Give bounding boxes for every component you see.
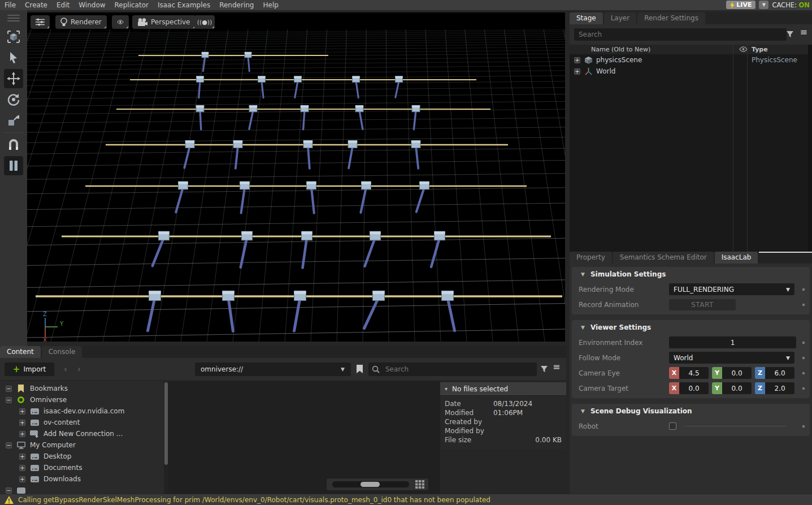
rotate-tool-button[interactable] — [4, 90, 23, 109]
broadcast-button[interactable]: ((●)) — [194, 15, 215, 29]
slider-track[interactable] — [332, 481, 409, 487]
viewport-3d[interactable]: Renderer Perspective ((●)) — [27, 12, 565, 342]
stage-row-world[interactable]: + World — [570, 66, 812, 77]
expand-box-icon[interactable]: + — [19, 420, 25, 426]
tab-semantics-schema-editor[interactable]: Semantics Schema Editor — [613, 252, 714, 264]
path-dropdown-icon[interactable]: ▼ — [341, 366, 345, 372]
scrollbar-thumb[interactable] — [164, 382, 168, 465]
details-header[interactable]: ▾ No files selected — [440, 382, 566, 395]
path-input[interactable] — [195, 362, 351, 376]
thumbnail-size-slider[interactable] — [327, 478, 428, 490]
collapse-box-icon[interactable]: − — [6, 442, 12, 448]
collapse-box-icon[interactable]: − — [6, 397, 12, 403]
menu-edit[interactable]: Edit — [52, 1, 74, 9]
camera-target-z-field[interactable]: 2.0 — [765, 382, 794, 394]
toolbar-grip-icon[interactable] — [7, 15, 20, 21]
menu-help[interactable]: Help — [258, 1, 283, 9]
status-message[interactable]: Calling getBypassRenderSkelMeshProcessin… — [18, 496, 490, 504]
record-animation-start-button[interactable]: START — [669, 299, 736, 310]
stage-scrollbar[interactable] — [808, 45, 812, 263]
camera-eye-y-field[interactable]: 0.0 — [722, 367, 752, 379]
tab-console[interactable]: Console — [42, 346, 82, 358]
pause-button[interactable] — [4, 156, 23, 175]
tree-item-isaac-dev-server[interactable]: + isaac-dev.ov.nvidia.com — [0, 405, 164, 417]
follow-mode-dropdown[interactable]: World ▼ — [669, 352, 794, 364]
tree-item-desktop[interactable]: + Desktop — [0, 451, 164, 462]
bookmark-button[interactable] — [354, 362, 365, 376]
collapse-box-icon[interactable]: − — [6, 487, 12, 494]
scale-tool-button[interactable] — [4, 111, 23, 130]
content-filter-icon[interactable] — [540, 365, 548, 373]
tree-item-omniverse[interactable]: − Omniverse — [0, 394, 164, 405]
move-tool-button[interactable] — [4, 69, 23, 88]
camera-target-y-field[interactable]: 0.0 — [722, 382, 752, 394]
detail-modified-by: Modified by — [445, 426, 562, 435]
tree-item-documents[interactable]: + Documents — [0, 462, 164, 473]
stage-filter-icon[interactable] — [786, 31, 794, 38]
renderer-menu-button[interactable]: Renderer — [55, 15, 107, 29]
section-header[interactable]: ▼ Scene Debug Visualization — [572, 404, 810, 418]
stage-search-input[interactable] — [574, 28, 787, 41]
details-panel: ▾ No files selected Date Modified 08/13/… — [440, 382, 566, 494]
expand-icon[interactable]: + — [574, 68, 580, 75]
select-tool-button[interactable] — [4, 48, 23, 67]
camera-eye-x-field[interactable]: 4.5 — [679, 367, 709, 379]
tree-item-ov-content[interactable]: + ov-content — [0, 417, 164, 428]
select-prim-tool-button[interactable] — [4, 27, 23, 46]
viewport-settings-button[interactable] — [31, 15, 50, 29]
environment-index-field[interactable]: 1 — [669, 336, 796, 348]
expand-box-icon[interactable]: + — [19, 454, 25, 460]
import-button[interactable]: + Import — [5, 362, 54, 376]
stage-options-icon[interactable]: ≡ — [800, 27, 807, 37]
section-header[interactable]: ▼ Viewer Settings — [572, 320, 810, 335]
slider-thumb[interactable] — [361, 482, 380, 487]
menu-isaac-examples[interactable]: Isaac Examples — [153, 1, 215, 9]
collapse-box-icon[interactable]: − — [6, 386, 12, 392]
tab-isaaclab[interactable]: IsaacLab — [715, 252, 758, 264]
back-button[interactable]: ‹ — [60, 362, 71, 376]
tab-stage[interactable]: Stage — [570, 12, 603, 24]
expand-box-icon[interactable]: + — [19, 465, 25, 471]
expand-box-icon[interactable]: + — [19, 408, 25, 415]
grid-view-icon[interactable] — [415, 480, 424, 489]
stage-tree-header: Name (Old to New) Type — [570, 45, 812, 54]
forward-button[interactable]: › — [73, 362, 85, 376]
drive-icon — [31, 465, 39, 471]
tree-item-my-computer[interactable]: − My Computer — [0, 439, 164, 451]
menu-create[interactable]: Create — [20, 1, 52, 9]
tree-item-downloads[interactable]: + Downloads — [0, 473, 164, 485]
content-tree-scrollbar[interactable] — [164, 381, 168, 494]
rendering-mode-dropdown[interactable]: FULL_RENDERING ▼ — [669, 283, 794, 295]
lightning-icon — [730, 2, 735, 8]
tree-item-partial[interactable]: − — [0, 485, 164, 494]
live-button[interactable]: LIVE — [726, 1, 755, 9]
menu-window[interactable]: Window — [74, 1, 110, 9]
snap-tool-button[interactable] — [4, 135, 23, 154]
content-search-input[interactable] — [368, 362, 537, 376]
robot-checkbox[interactable] — [669, 422, 676, 430]
viewport-scene[interactable] — [27, 12, 565, 342]
tree-item-bookmarks[interactable]: − Bookmarks — [0, 383, 164, 394]
section-header[interactable]: ▼ Simulation Settings — [572, 267, 810, 282]
camera-eye-z-field[interactable]: 6.0 — [765, 367, 794, 379]
content-options-icon[interactable]: ≡ — [553, 361, 560, 372]
file-grid-area[interactable] — [168, 381, 440, 494]
menu-file[interactable]: File — [0, 1, 20, 9]
visibility-menu-button[interactable] — [112, 15, 129, 29]
y-badge: Y — [712, 382, 722, 394]
menu-replicator[interactable]: Replicator — [110, 1, 153, 9]
tree-item-add-new-connection[interactable]: + Add New Connection ... — [0, 428, 164, 439]
live-dropdown-button[interactable]: ▼ — [759, 1, 768, 9]
tab-render-settings[interactable]: Render Settings — [637, 12, 705, 24]
menu-rendering[interactable]: Rendering — [215, 1, 258, 9]
tab-content[interactable]: Content — [0, 346, 41, 358]
stage-row-physicsscene[interactable]: + physicsScene PhysicsScene — [570, 54, 812, 66]
expand-box-icon[interactable]: + — [19, 431, 25, 437]
tab-layer[interactable]: Layer — [604, 12, 636, 24]
expand-icon[interactable]: + — [574, 57, 580, 63]
camera-target-x-field[interactable]: 0.0 — [679, 382, 709, 394]
content-toolbar: + Import ‹ › ▼ ≡ — [0, 359, 566, 380]
tab-property[interactable]: Property — [570, 252, 612, 264]
expand-box-icon[interactable]: + — [19, 476, 25, 482]
camera-menu-button[interactable]: Perspective — [132, 15, 196, 29]
